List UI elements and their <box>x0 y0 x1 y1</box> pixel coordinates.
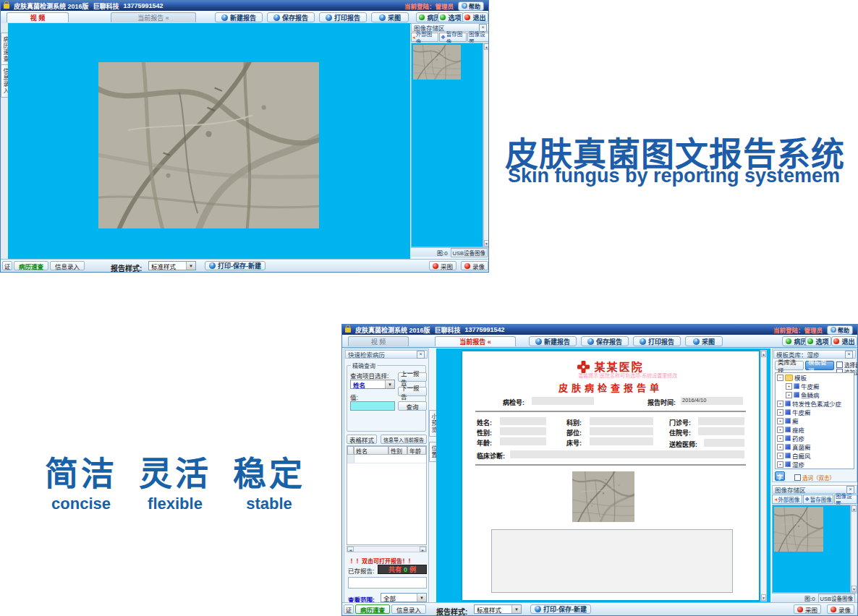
age-field[interactable] <box>500 437 546 445</box>
expander-icon[interactable]: + <box>777 401 783 407</box>
record-button-bottom[interactable]: 录像 <box>461 261 488 270</box>
next-report-button[interactable]: 下一报告 <box>398 387 427 396</box>
tab-current-report[interactable]: 当前报告 « <box>111 12 196 22</box>
diagnosis-field[interactable] <box>510 450 744 458</box>
col-sex[interactable]: 性别 <box>388 446 407 455</box>
help-button[interactable]: ? 帮助 <box>827 325 853 335</box>
print-save-new-button[interactable]: 打印-保存-新建 <box>205 261 266 270</box>
table-style-button[interactable]: 表格样式 <box>347 435 377 444</box>
save-report-button[interactable]: 保存报告 <box>581 336 629 346</box>
findings-textarea[interactable] <box>491 529 733 593</box>
exit-button[interactable]: 退出 <box>462 12 488 22</box>
exit-button[interactable]: 退出 <box>831 336 857 346</box>
options-button[interactable]: 选项 <box>438 12 464 22</box>
library-select-button[interactable]: 类库选择 <box>775 361 804 370</box>
info-entry-button[interactable]: 信息录入 <box>391 604 426 614</box>
tree-item[interactable]: +鱼鳞病 <box>776 390 854 399</box>
tree-item[interactable]: +牛皮癣 <box>776 382 854 390</box>
report-time-field[interactable]: 2016/4/10 <box>681 397 743 405</box>
close-icon[interactable]: × <box>845 351 853 359</box>
quick-search-button[interactable]: 病历速查 <box>355 604 390 614</box>
expander-icon[interactable]: + <box>777 453 783 459</box>
font-button[interactable]: 字 <box>775 471 785 481</box>
query-value-input[interactable] <box>350 401 395 411</box>
tree-item[interactable]: +牛皮癣 <box>776 408 854 416</box>
expander-icon[interactable]: + <box>786 392 792 398</box>
saved-report-field[interactable] <box>348 577 427 589</box>
capture-button-bottom[interactable]: 采图 <box>429 261 456 270</box>
part-field[interactable] <box>590 427 653 435</box>
external-image-button[interactable]: ◂外部图像 <box>411 33 438 42</box>
tree-item[interactable]: +癣 <box>776 416 854 425</box>
capture-button[interactable]: 采图 <box>371 12 409 22</box>
options-button[interactable]: 选项 <box>805 336 831 346</box>
cert-button[interactable]: 证 <box>2 261 12 270</box>
expander-icon[interactable]: + <box>777 418 783 424</box>
storage-scrollbar[interactable]: ▲▼ <box>851 505 857 593</box>
word-select-checkbox[interactable]: 选词（双击） <box>794 474 835 482</box>
template-manage-button[interactable]: 模板管理 <box>805 361 834 370</box>
print-report-button[interactable]: 打印报告 <box>633 336 681 346</box>
external-image-button[interactable]: ◂外部图像 <box>772 495 802 504</box>
report-style-dropdown[interactable]: 标准样式▼ <box>474 604 522 614</box>
col-name[interactable]: 姓名 <box>354 446 388 455</box>
titlebar[interactable]: 皮肤真菌检测系统 2016版 巨聊科技 13775991542 当前登陆：管理员… <box>1 1 488 11</box>
print-save-new-button[interactable]: 打印-保存-新建 <box>530 604 591 614</box>
usb-source-label[interactable]: USB设备图像 <box>818 594 855 603</box>
tree-item[interactable]: +真菌癣 <box>776 442 854 451</box>
expander-icon[interactable]: + <box>777 461 783 468</box>
temp-image-button[interactable]: ❖暂存图像 <box>803 495 833 504</box>
record-button-bottom[interactable]: 录像 <box>827 604 854 614</box>
new-report-button[interactable]: 新建报告 <box>215 12 263 22</box>
tree-item[interactable]: +痤疮 <box>776 425 854 434</box>
thumbnail-image[interactable] <box>413 45 461 80</box>
query-button[interactable]: 查询 <box>398 401 427 411</box>
capture-button[interactable]: 采图 <box>685 336 723 346</box>
expander-icon[interactable]: + <box>777 409 783 416</box>
titlebar[interactable]: 皮肤真菌检测系统 2016版 巨聊科技 13775991542 当前登陆：管理员… <box>342 325 857 335</box>
tab-current-report[interactable]: 当前报告 « <box>435 336 516 346</box>
tree-item[interactable]: +特发性色素减少症 <box>776 399 854 408</box>
tab-video[interactable]: 视 频 <box>7 12 69 22</box>
template-tree[interactable]: −模板 +牛皮癣 +鱼鳞病 +特发性色素减少症 +牛皮癣 +癣 +痤疮 +药疹 … <box>775 372 854 469</box>
dept-field[interactable] <box>590 417 653 425</box>
image-settings-button[interactable]: 图像设置 <box>467 33 489 42</box>
quick-search-button[interactable]: 病历速查 <box>14 261 48 270</box>
tree-item[interactable]: +湿疹 <box>776 460 854 469</box>
doctor-field[interactable] <box>704 439 744 447</box>
save-report-button[interactable]: 保存报告 <box>267 12 315 22</box>
exam-no-field[interactable] <box>532 397 594 405</box>
view-range-dropdown[interactable]: 全部▼ <box>381 593 427 602</box>
tree-item[interactable]: +白癜风 <box>776 451 854 460</box>
tree-item[interactable]: +药疹 <box>776 434 854 442</box>
info-entry-button[interactable]: 信息录入 <box>50 261 85 270</box>
name-field[interactable] <box>500 417 546 425</box>
help-button[interactable]: ? 帮助 <box>458 1 484 11</box>
expander-icon[interactable]: + <box>777 444 783 450</box>
expander-icon[interactable]: + <box>786 383 792 390</box>
query-field-dropdown[interactable]: 姓名▼ <box>350 380 395 389</box>
storage-scrollbar[interactable]: ▲▼ <box>483 43 489 247</box>
expander-icon[interactable]: − <box>777 375 783 381</box>
col-age[interactable]: 年龄 <box>407 446 426 455</box>
new-report-button[interactable]: 新建报告 <box>529 336 577 346</box>
outpatient-field[interactable] <box>698 417 744 425</box>
import-to-report-button[interactable]: 信息导入当前报告 <box>381 435 427 444</box>
usb-source-label[interactable]: USB设备图像 <box>451 248 488 257</box>
table-hscrollbar[interactable]: ◄► <box>347 546 427 552</box>
tab-video[interactable]: 视 频 <box>348 336 409 346</box>
report-scrollbar[interactable]: ▲▼ <box>760 350 767 602</box>
tree-root[interactable]: −模板 <box>776 373 854 382</box>
expander-icon[interactable]: + <box>777 435 783 442</box>
thumbnail-image[interactable] <box>774 507 823 552</box>
image-settings-button[interactable]: 图像设置 <box>834 495 857 504</box>
temp-image-button[interactable]: ❖暂存图像 <box>439 33 467 42</box>
capture-button-bottom[interactable]: 采图 <box>794 604 821 614</box>
prev-report-button[interactable]: 上一报告 <box>398 372 427 382</box>
close-icon[interactable]: × <box>417 351 425 359</box>
print-report-button[interactable]: 打印报告 <box>319 12 367 22</box>
report-style-dropdown[interactable]: 标准样式▼ <box>148 261 196 270</box>
cert-button[interactable]: 证 <box>344 604 354 614</box>
result-table[interactable]: 姓名 性别 年龄 <box>347 445 427 545</box>
inpatient-field[interactable] <box>698 427 744 435</box>
